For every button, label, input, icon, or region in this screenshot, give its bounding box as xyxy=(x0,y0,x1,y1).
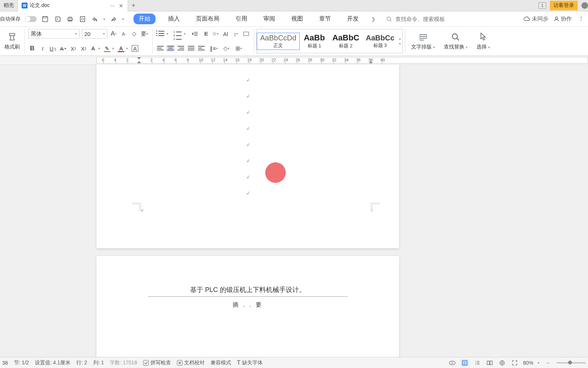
tab-document[interactable]: W 论文.doc ▭ ✕ xyxy=(18,0,128,11)
first-line-indent[interactable] xyxy=(137,57,141,59)
add-tab-button[interactable]: + xyxy=(128,2,139,10)
tab-label: 稻壳 xyxy=(4,2,14,9)
avatar[interactable] xyxy=(581,2,588,9)
align-right-icon[interactable] xyxy=(177,45,185,52)
save-icon[interactable] xyxy=(41,15,49,23)
sb-row[interactable]: 行: 2 xyxy=(76,360,87,366)
autosave-toggle[interactable] xyxy=(25,16,37,22)
menu-develop[interactable]: 开发 xyxy=(343,14,362,24)
undo-dropdown[interactable]: ▾ xyxy=(103,17,105,21)
zoom-dropdown[interactable]: ▾ xyxy=(538,361,540,365)
show-marks-icon[interactable]: Al xyxy=(222,30,230,38)
print-icon[interactable] xyxy=(66,15,74,23)
sb-spellcheck[interactable]: 拼写检查 xyxy=(143,360,171,366)
border-icon[interactable]: ⊞▾ xyxy=(235,44,243,53)
save-as-icon[interactable] xyxy=(54,15,62,23)
zoom-value[interactable]: 80% xyxy=(523,360,533,366)
horizontal-ruler[interactable]: 642246810121416182022242628303234363840 xyxy=(96,57,588,64)
styles-scroll-up[interactable]: ▴ xyxy=(399,37,401,40)
decrease-font-icon[interactable]: A- xyxy=(120,30,128,38)
underline-icon[interactable]: U▾ xyxy=(49,44,57,53)
menu-view[interactable]: 视图 xyxy=(288,14,307,24)
strikethrough-icon[interactable]: A▾ xyxy=(59,44,67,53)
superscript-icon[interactable]: X2 xyxy=(69,44,77,53)
align-justify-icon[interactable] xyxy=(187,45,195,52)
sb-compat[interactable]: 兼容模式 xyxy=(211,360,231,366)
web-view-icon[interactable] xyxy=(498,359,506,367)
style-h3[interactable]: AaBbCc 标题 3 xyxy=(362,33,398,50)
search-box[interactable] xyxy=(385,15,461,23)
menu-chapter[interactable]: 章节 xyxy=(315,14,335,24)
menu-layout[interactable]: 页面布局 xyxy=(192,14,223,24)
zoom-slider[interactable] xyxy=(556,362,586,364)
sb-wordcount[interactable]: 字数: 17018 xyxy=(110,360,137,366)
menu-review[interactable]: 审阅 xyxy=(260,14,279,24)
share-icon[interactable]: ⤴ xyxy=(577,15,585,23)
menu-insert[interactable]: 插入 xyxy=(164,14,183,24)
align-left-icon[interactable] xyxy=(156,45,164,52)
line-spacing-icon[interactable]: ‖≡▾ xyxy=(210,44,218,53)
close-icon[interactable]: ✕ xyxy=(119,3,124,8)
reading-layout-icon[interactable]: ↕▾ xyxy=(232,30,240,38)
hanging-indent[interactable] xyxy=(137,61,141,63)
redo-icon[interactable] xyxy=(110,15,118,23)
text-direction-icon[interactable]: ☆▾ xyxy=(211,30,219,38)
page-2[interactable]: 基于 PLC 的锻压机上下料机械手设计。 摘 . . 要 xyxy=(96,256,399,357)
menu-reference[interactable]: 引用 xyxy=(232,14,251,24)
align-distribute-icon[interactable] xyxy=(197,45,205,52)
sync-status[interactable]: 未同步 xyxy=(523,15,548,22)
shading-icon[interactable]: ◇▾ xyxy=(222,44,230,53)
font-name-select[interactable]: 黑体 ▾ xyxy=(28,29,80,39)
more-dropdown[interactable]: ▾ xyxy=(122,17,124,21)
search-input[interactable] xyxy=(395,16,461,22)
increase-indent-icon[interactable] xyxy=(201,30,209,38)
decrease-indent-icon[interactable] xyxy=(191,30,199,38)
style-h1[interactable]: AaBb 标题 1 xyxy=(300,32,329,50)
bullets-icon[interactable] xyxy=(156,30,164,37)
sb-section[interactable]: 节: 1/2 xyxy=(14,360,29,366)
zoom-out-icon[interactable]: − xyxy=(544,359,552,367)
sb-col[interactable]: 列: 1 xyxy=(93,360,104,366)
sb-doccheck[interactable]: 文档校对 xyxy=(177,360,205,366)
clear-format-icon[interactable]: ◇ xyxy=(130,30,138,38)
style-h2[interactable]: AaBbC 标题 2 xyxy=(329,32,362,50)
print-preview-icon[interactable] xyxy=(78,15,87,23)
highlight-icon[interactable]: ✎▾ xyxy=(104,45,110,52)
phonetic-icon[interactable]: 要▾ xyxy=(140,30,149,38)
fullscreen-icon[interactable] xyxy=(511,359,519,367)
styles-expand[interactable]: ▾ xyxy=(399,42,401,46)
sb-missing-font[interactable]: T 缺失字体 xyxy=(237,360,263,366)
page-view-icon[interactable] xyxy=(461,359,469,367)
align-center-icon[interactable] xyxy=(167,45,175,52)
format-brush-group[interactable]: 格式刷 xyxy=(1,27,23,55)
outline-view-icon[interactable] xyxy=(473,359,481,367)
undo-icon[interactable] xyxy=(91,15,99,23)
italic-icon[interactable]: I xyxy=(39,44,47,53)
page-1[interactable]: ↲ ↲ ↲ ↲ ↲ ↲ ↲ ↲ ↲ I. xyxy=(96,65,399,248)
para-mark-icon[interactable] xyxy=(242,30,250,38)
eye-icon[interactable] xyxy=(448,359,456,367)
numbering-icon[interactable]: 123 xyxy=(174,30,182,37)
font-size-select[interactable]: 20 ▾ xyxy=(82,29,107,39)
reading-view-icon[interactable] xyxy=(486,359,494,367)
menu-next-arrow[interactable]: ❯ xyxy=(371,16,376,22)
login-button[interactable]: 访客登录 xyxy=(550,1,578,10)
style-normal[interactable]: AaBbCcDd 正文 xyxy=(257,33,300,50)
tab-daoqiao[interactable]: 稻壳 xyxy=(0,0,18,11)
bold-icon[interactable]: B xyxy=(28,44,36,53)
subscript-icon[interactable]: X2 xyxy=(80,44,88,53)
sb-page[interactable]: 38 xyxy=(2,360,8,366)
text-layout-group[interactable]: 文字排版 ▾ xyxy=(407,27,439,55)
char-border-icon[interactable]: A xyxy=(132,45,138,52)
display-icon[interactable]: ▭ xyxy=(110,3,114,8)
find-replace-group[interactable]: 查找替换 ▾ xyxy=(439,27,472,55)
increase-font-icon[interactable]: A+ xyxy=(110,30,118,38)
font-color-icon[interactable]: A▾ xyxy=(118,45,124,52)
badge[interactable]: 1 xyxy=(538,2,546,9)
sb-setting[interactable]: 设置值: 4.1厘米 xyxy=(35,360,70,366)
right-indent[interactable] xyxy=(369,61,373,63)
collab-button[interactable]: 协作 xyxy=(554,15,572,22)
text-effect-icon[interactable]: A▾ xyxy=(90,45,96,52)
menu-start[interactable]: 开始 xyxy=(134,14,156,24)
select-group[interactable]: 选择 ▾ xyxy=(472,27,494,55)
